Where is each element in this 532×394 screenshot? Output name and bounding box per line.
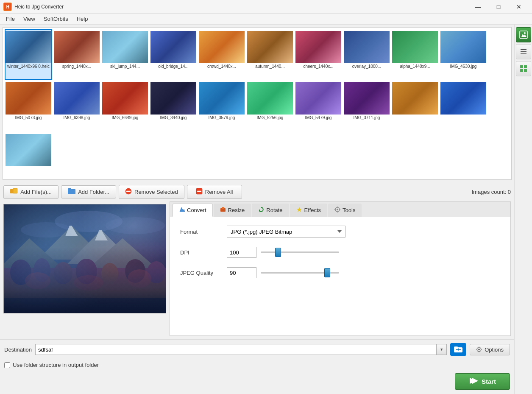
tabs: Convert Resize Rotate [170, 201, 511, 217]
svg-point-23 [101, 263, 118, 284]
thumbnail-label: IMG_5479.jpg [305, 115, 332, 120]
svg-marker-13 [67, 230, 135, 264]
thumbnail-label: spring_1440x... [62, 64, 91, 69]
svg-point-20 [33, 258, 50, 282]
minimize-button[interactable]: — [468, 0, 488, 13]
thumbnail-item[interactable]: winter_1440x96 0.heic [5, 29, 52, 80]
tab-tools[interactable]: Tools [328, 204, 362, 217]
remove-selected-button[interactable]: Remove Selected [119, 185, 184, 199]
thumbnail-item[interactable]: IMG_3711.jpg [343, 81, 390, 131]
jpeg-quality-control [227, 267, 500, 278]
svg-rect-31 [222, 207, 224, 209]
thumbnail-item[interactable]: IMG_5073.jpg [5, 81, 52, 131]
thumbnail-item[interactable]: overlay_1000... [343, 29, 390, 80]
menu-softorbits[interactable]: SoftOrbits [39, 14, 72, 23]
remove-all-icon [196, 188, 203, 196]
svg-rect-3 [13, 188, 17, 193]
dpi-slider[interactable] [261, 251, 339, 253]
tab-resize[interactable]: Resize [214, 204, 251, 217]
thumbnail-image [392, 82, 438, 115]
thumbnail-label: IMG_4630.jpg [450, 64, 477, 69]
destination-browse-button[interactable] [450, 343, 466, 356]
add-folder-button[interactable]: Add Folder... [61, 185, 116, 198]
view-grid-button[interactable] [516, 61, 531, 76]
add-files-button[interactable]: Add File(s)... [3, 185, 58, 199]
thumbnail-image [344, 82, 390, 115]
settings-panel: Convert Resize Rotate [170, 201, 514, 339]
thumbnail-image [199, 82, 245, 115]
svg-rect-56 [520, 65, 523, 68]
rotate-tab-icon [258, 207, 264, 214]
add-files-label: Add File(s)... [20, 189, 52, 195]
format-select[interactable]: JPG (*.jpg) JPEG Bitmap PNG (*.png) Port… [227, 226, 345, 238]
svg-point-25 [147, 261, 166, 283]
thumbnail-item[interactable]: cheers_1440x... [295, 29, 342, 80]
jpeg-quality-input[interactable] [227, 267, 256, 278]
menu-file[interactable]: File [2, 14, 19, 23]
tab-tools-label: Tools [343, 207, 355, 213]
thumbnail-item[interactable] [5, 132, 52, 178]
jpeg-quality-slider[interactable] [261, 272, 339, 274]
effects-tab-icon [296, 207, 302, 214]
thumbnail-label: IMG_6649.jpg [112, 115, 139, 120]
thumbnail-item[interactable]: ski_jump_144... [101, 29, 149, 80]
close-button[interactable]: ✕ [509, 0, 529, 13]
folder-structure-label[interactable]: Use folder structure in output folder [13, 362, 99, 368]
thumbnail-item[interactable]: IMG_5479.jpg [295, 81, 342, 131]
checkbox-row: Use folder structure in output folder [0, 359, 514, 371]
thumbnail-item[interactable]: IMG_4630.jpg [440, 29, 487, 80]
jpeg-quality-label: JPEG Quality [180, 270, 227, 276]
thumbnail-item[interactable]: IMG_3440.jpg [150, 81, 197, 131]
svg-point-35 [337, 209, 338, 210]
thumbnail-image [102, 31, 148, 63]
start-button[interactable]: Start [455, 373, 510, 390]
start-label: Start [482, 378, 496, 385]
destination-input[interactable] [35, 344, 437, 355]
view-image-button[interactable] [516, 27, 531, 42]
format-control: JPG (*.jpg) JPEG Bitmap PNG (*.png) Port… [227, 226, 500, 238]
bottom-section: Convert Resize Rotate [0, 201, 514, 339]
thumbnail-item[interactable]: spring_1440x... [53, 29, 100, 80]
window-controls: — □ ✕ [468, 0, 529, 13]
tab-convert[interactable]: Convert [173, 204, 213, 217]
thumbnail-image [150, 82, 196, 115]
thumbnail-item[interactable]: alpha_1440x9... [391, 29, 439, 80]
remove-all-button[interactable]: Remove All [187, 185, 242, 199]
thumbnail-image [392, 31, 438, 63]
thumbnail-scroll[interactable]: winter_1440x96 0.heicspring_1440x...ski_… [3, 28, 511, 179]
images-count: Images count: 0 [472, 189, 511, 195]
destination-input-wrapper: ▼ [35, 344, 447, 355]
svg-point-21 [54, 262, 72, 284]
resize-tab-icon [220, 207, 226, 214]
thumbnail-item[interactable]: IMG_6398.jpg [53, 81, 100, 131]
view-list-button[interactable] [516, 44, 531, 59]
destination-dropdown-button[interactable]: ▼ [437, 344, 447, 355]
menu-bar: File View SoftOrbits Help [0, 14, 532, 25]
thumbnail-label: ski_jump_144... [110, 64, 140, 69]
thumbnail-item[interactable]: old_bridge_14... [150, 29, 197, 80]
menu-view[interactable]: View [19, 14, 39, 23]
thumbnail-item[interactable]: autumn_1440... [246, 29, 294, 80]
thumbnail-image [6, 82, 51, 115]
options-button[interactable]: Options [470, 344, 510, 355]
thumbnail-label: cheers_1440x... [303, 64, 333, 69]
remove-all-label: Remove All [205, 189, 233, 195]
thumbnail-item[interactable]: IMG_3579.jpg [198, 81, 245, 131]
thumbnail-item[interactable]: crowd_1440x... [198, 29, 245, 80]
thumbnail-image [102, 82, 148, 115]
thumbnail-item[interactable]: IMG_6649.jpg [101, 81, 149, 131]
thumbnail-item[interactable] [391, 81, 439, 131]
thumbnail-item[interactable] [440, 81, 487, 131]
destination-bar: Destination ▼ Options [0, 339, 514, 359]
maximize-button[interactable]: □ [489, 0, 508, 13]
thumbnail-item[interactable]: IMG_5256.jpg [246, 81, 294, 131]
dpi-input[interactable] [227, 247, 256, 258]
thumbnail-image [440, 82, 486, 115]
convert-tab-icon [179, 207, 185, 214]
menu-help[interactable]: Help [72, 14, 92, 23]
tools-tab-icon [334, 207, 340, 214]
thumbnail-image [295, 82, 341, 115]
tab-rotate[interactable]: Rotate [252, 204, 289, 217]
tab-effects[interactable]: Effects [290, 204, 328, 217]
folder-structure-checkbox[interactable] [4, 362, 10, 368]
